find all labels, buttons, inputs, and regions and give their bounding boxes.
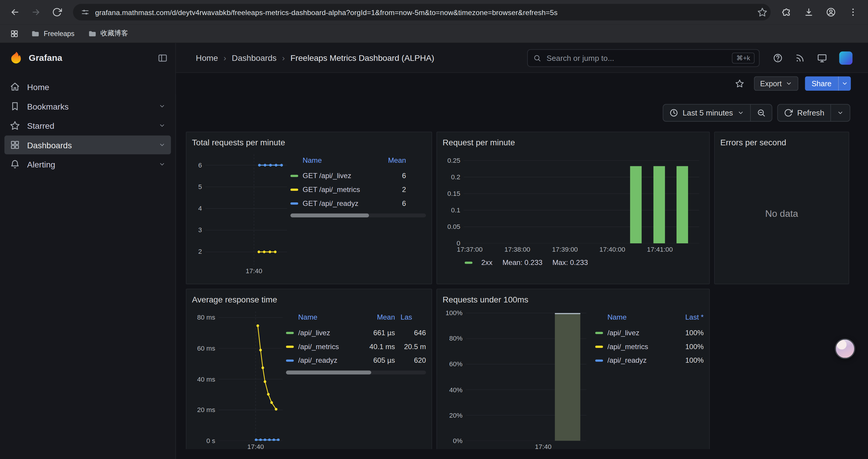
forward-button[interactable] — [27, 3, 45, 22]
legend-row[interactable]: GET /api/_readyz 6 — [290, 196, 426, 210]
legend-row[interactable]: GET /api/_livez 6 — [290, 169, 426, 183]
legend-row[interactable]: /api/_livez 661 µs 646 — [286, 326, 426, 340]
under-100ms-chart[interactable]: 100%80%60%40%20%0% 17:40 — [442, 311, 586, 449]
legend-series[interactable]: 2xx — [465, 258, 493, 266]
chevron-down-icon[interactable] — [159, 161, 165, 167]
bookmark-star-icon[interactable] — [757, 7, 767, 17]
legend-row[interactable]: /api/_metrics 40.1 ms 20.5 m — [286, 340, 426, 354]
plot-area[interactable] — [466, 311, 586, 441]
series-name[interactable]: /api/_metrics — [298, 342, 362, 351]
legend-table: Name Mean GET /api/_livez — [290, 154, 426, 275]
search-box[interactable]: ⌘+k — [527, 49, 759, 67]
legend-scrollbar[interactable] — [290, 214, 426, 218]
bookmark-folder-blogs[interactable]: 收藏博客 — [83, 27, 133, 40]
series-name[interactable]: /api/_livez — [608, 328, 675, 337]
sidebar-item-label: Home — [27, 82, 49, 92]
chevron-down-icon[interactable] — [159, 141, 165, 148]
legend-row[interactable]: /api/_metrics 100% — [595, 340, 704, 354]
legend-row[interactable]: GET /api/_metrics 2 — [290, 183, 426, 196]
series-name[interactable]: 2xx — [481, 258, 493, 266]
zoom-out-button[interactable] — [751, 104, 772, 121]
legend-row[interactable]: /api/_readyz 100% — [595, 354, 704, 367]
series-name[interactable]: /api/_metrics — [608, 342, 675, 351]
time-range-picker[interactable]: Last 5 minutes — [663, 104, 750, 121]
scrollbar-thumb[interactable] — [286, 371, 371, 374]
plot-area[interactable] — [464, 157, 699, 243]
favorite-dashboard-button[interactable] — [732, 76, 747, 91]
downloads-button[interactable] — [800, 3, 818, 22]
legend-scrollbar[interactable] — [286, 371, 426, 374]
legend-row[interactable]: /api/_livez 100% — [595, 326, 704, 340]
menu-button[interactable] — [844, 3, 863, 22]
panel-title[interactable]: Requests under 100ms — [442, 294, 704, 306]
legend-header-last[interactable]: Last * — [675, 313, 704, 321]
legend-header: Name Mean Las — [286, 311, 426, 326]
legend-header-last[interactable]: Las — [401, 313, 426, 321]
panel-title[interactable]: Request per minute — [442, 137, 704, 149]
panel-title[interactable]: Errors per second — [720, 137, 843, 149]
apps-shortcut[interactable] — [6, 26, 22, 41]
x-axis-labels: 17:40 — [466, 441, 586, 449]
scrollbar-thumb[interactable] — [290, 214, 369, 218]
time-range-label: Last 5 minutes — [682, 108, 733, 117]
plot-area[interactable] — [205, 154, 287, 265]
series-name[interactable]: /api/_readyz — [608, 356, 675, 364]
legend-header-name[interactable]: Name — [303, 156, 373, 164]
back-button[interactable] — [6, 3, 25, 22]
breadcrumb-dashboards[interactable]: Dashboards — [232, 53, 277, 63]
share-button[interactable]: Share — [805, 76, 838, 91]
legend-header-name[interactable]: Name — [298, 313, 362, 321]
sidebar-item-home[interactable]: Home — [4, 77, 171, 96]
series-color-strip — [286, 332, 294, 334]
panel-title[interactable]: Total requests per minute — [192, 137, 426, 149]
search-input[interactable] — [546, 53, 727, 63]
plot-area[interactable] — [219, 311, 283, 441]
rss-icon[interactable] — [795, 53, 805, 63]
url-bar[interactable]: grafana.mathmast.com/d/deytv4rwavabkb/fr… — [73, 4, 771, 21]
browser-actions — [777, 3, 862, 22]
no-data-message: No data — [720, 149, 843, 280]
collapse-sidebar-icon[interactable] — [158, 53, 168, 63]
bookmark-label: 收藏博客 — [100, 29, 128, 38]
sidebar-item-bookmarks[interactable]: Bookmarks — [4, 97, 171, 116]
user-avatar[interactable] — [839, 51, 852, 64]
search-shortcut: ⌘+k — [732, 52, 754, 63]
floating-assistant-avatar[interactable] — [835, 338, 855, 359]
monitor-icon[interactable] — [817, 53, 827, 63]
breadcrumb-home[interactable]: Home — [196, 53, 218, 63]
extensions-button[interactable] — [777, 3, 796, 22]
legend-header-name[interactable]: Name — [608, 313, 675, 321]
refresh-button[interactable]: Refresh — [778, 104, 831, 121]
site-settings-icon[interactable] — [81, 8, 90, 17]
average-response-chart[interactable]: 80 ms60 ms40 ms20 ms0 s 17:40 — [192, 311, 283, 449]
refresh-interval-button[interactable] — [831, 104, 850, 121]
series-name[interactable]: /api/_livez — [298, 328, 362, 337]
help-icon[interactable] — [773, 53, 783, 63]
series-last: 20.5 m — [401, 342, 426, 351]
grafana-logo[interactable] — [9, 51, 23, 65]
share-label: Share — [812, 79, 831, 88]
chevron-down-icon[interactable] — [159, 122, 165, 129]
series-name[interactable]: /api/_readyz — [298, 356, 362, 364]
export-button[interactable]: Export — [754, 76, 798, 91]
bookmark-folder-freeleaps[interactable]: Freeleaps — [27, 28, 79, 40]
refresh-group: Refresh — [777, 104, 850, 122]
chevron-down-icon[interactable] — [159, 103, 165, 109]
sidebar-item-label: Bookmarks — [27, 102, 68, 111]
share-menu-button[interactable] — [838, 76, 851, 91]
request-per-minute-chart[interactable]: 0.250.20.150.10.050 17:37:0017:38:0017:3… — [442, 157, 704, 254]
sidebar-item-alerting[interactable]: Alerting — [4, 155, 171, 174]
panel-title[interactable]: Average response time — [192, 294, 426, 306]
series-name[interactable]: GET /api/_metrics — [303, 185, 373, 193]
sidebar-item-dashboards[interactable]: Dashboards — [4, 136, 171, 155]
series-name[interactable]: GET /api/_readyz — [303, 199, 373, 207]
sidebar-item-starred[interactable]: Starred — [4, 116, 171, 135]
legend-header-mean[interactable]: Mean — [362, 313, 395, 321]
url-text[interactable]: grafana.mathmast.com/d/deytv4rwavabkb/fr… — [95, 8, 752, 16]
series-name[interactable]: GET /api/_livez — [303, 171, 373, 179]
profile-button[interactable] — [822, 3, 840, 22]
legend-row[interactable]: /api/_readyz 605 µs 620 — [286, 354, 426, 367]
legend-header-mean[interactable]: Mean — [373, 156, 406, 164]
total-requests-chart[interactable]: 65432 17:40 — [192, 154, 287, 275]
reload-button[interactable] — [48, 3, 66, 22]
